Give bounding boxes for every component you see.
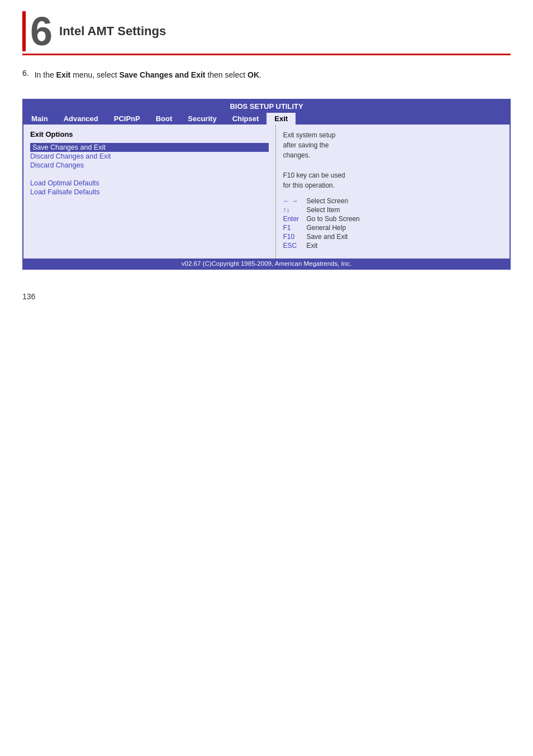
page-header: 6 Intel AMT Settings xyxy=(22,11,511,55)
bios-menu-title: Exit Options xyxy=(30,130,269,138)
menu-item-discard-changes-exit[interactable]: Discard Changes and Exit xyxy=(30,152,269,161)
menu-item-spacer xyxy=(30,170,269,179)
key-desc-general-help: General Help xyxy=(306,224,346,232)
nav-chipset[interactable]: Chipset xyxy=(225,113,267,125)
step-number: 6. xyxy=(22,69,29,90)
menu-item-save-changes-exit[interactable]: Save Changes and Exit xyxy=(30,143,269,152)
action-bold: Save Changes and Exit xyxy=(119,70,205,79)
key-symbol-arrows: ← → xyxy=(283,197,303,205)
chapter-title: Intel AMT Settings xyxy=(59,24,166,39)
key-symbol-enter: Enter xyxy=(283,215,303,223)
key-symbol-f1: F1 xyxy=(283,224,303,232)
key-row-esc: ESC Exit xyxy=(283,242,503,250)
bios-title-bar: BIOS SETUP UTILITY xyxy=(23,100,510,113)
key-row-f1: F1 General Help xyxy=(283,224,503,232)
bios-left-panel: Exit Options Save Changes and Exit Disca… xyxy=(23,125,276,259)
key-row-f10: F10 Save and Exit xyxy=(283,233,503,241)
step-instruction: 6. In the Exit menu, select Save Changes… xyxy=(22,69,511,90)
key-desc-save-exit: Save and Exit xyxy=(306,233,348,241)
key-row-updown: ↑↓ Select Item xyxy=(283,206,503,214)
key-symbol-esc: ESC xyxy=(283,242,303,250)
menu-item-discard-changes[interactable]: Discard Changes xyxy=(30,161,269,170)
bios-right-panel: Exit system setup after saving the chang… xyxy=(276,125,510,259)
bios-nav: Main Advanced PCIPnP Boot Security Chips… xyxy=(23,113,510,125)
nav-exit[interactable]: Exit xyxy=(266,113,296,125)
key-desc-select-screen: Select Screen xyxy=(306,197,348,205)
bios-keys: ← → Select Screen ↑↓ Select Item Enter G… xyxy=(283,197,503,250)
nav-security[interactable]: Security xyxy=(180,113,224,125)
bios-help-text: Exit system setup after saving the chang… xyxy=(283,130,503,190)
menu-name-bold: Exit xyxy=(56,70,71,79)
bios-utility: BIOS SETUP UTILITY Main Advanced PCIPnP … xyxy=(22,99,511,270)
key-symbol-updown: ↑↓ xyxy=(283,206,303,214)
nav-boot[interactable]: Boot xyxy=(148,113,180,125)
menu-item-load-failsafe[interactable]: Load Failsafe Defaults xyxy=(30,188,269,197)
instruction-text: In the Exit menu, select Save Changes an… xyxy=(35,69,261,81)
key-desc-select-item: Select Item xyxy=(306,206,340,214)
key-row-enter: Enter Go to Sub Screen xyxy=(283,215,503,223)
bios-title: BIOS SETUP UTILITY xyxy=(230,102,303,111)
key-row-arrows: ← → Select Screen xyxy=(283,197,503,205)
nav-pcipnp[interactable]: PCIPnP xyxy=(106,113,148,125)
bios-footer-text: v02.67 (C)Copyright 1985-2009, American … xyxy=(182,260,351,267)
page-number: 136 xyxy=(22,292,511,301)
nav-advanced[interactable]: Advanced xyxy=(56,113,106,125)
key-desc-go-sub: Go to Sub Screen xyxy=(306,215,359,223)
key-desc-exit: Exit xyxy=(306,242,317,250)
bios-footer: v02.67 (C)Copyright 1985-2009, American … xyxy=(23,259,510,269)
nav-main[interactable]: Main xyxy=(23,113,56,125)
key-symbol-f10: F10 xyxy=(283,233,303,241)
bios-body: Exit Options Save Changes and Exit Disca… xyxy=(23,125,510,259)
chapter-number: 6 xyxy=(22,11,53,51)
confirm-bold: OK xyxy=(248,70,259,79)
menu-item-load-optimal[interactable]: Load Optimal Defaults xyxy=(30,179,269,188)
